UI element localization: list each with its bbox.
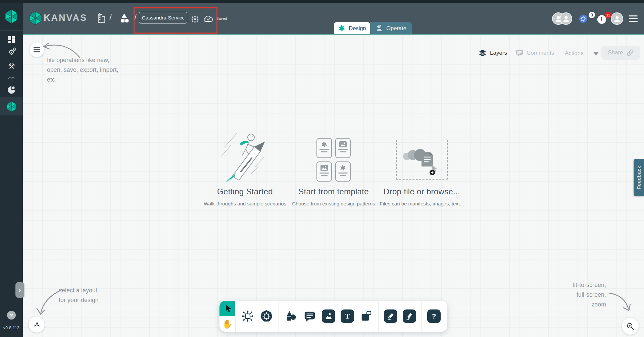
- pencil-scribble-icon: [405, 312, 413, 320]
- template-mini-card: [316, 138, 332, 158]
- graph-layout-icon: [32, 320, 41, 329]
- hand-icon: ✋: [222, 319, 233, 329]
- kubernetes-tool[interactable]: [260, 309, 273, 323]
- image-icon: [320, 164, 328, 171]
- toolbar-group-drawing: [379, 301, 422, 332]
- zoom-arrow: [607, 289, 634, 314]
- template-mini-card: [335, 138, 351, 158]
- shapes-icon: [285, 310, 297, 323]
- chevron-right-icon: ›: [18, 286, 21, 294]
- toolbar-group-help: ?: [422, 301, 446, 332]
- pen-tool[interactable]: [384, 309, 397, 323]
- feedback-tab[interactable]: Feedback: [634, 159, 644, 196]
- sidebar-item-toolbox[interactable]: ⚒: [0, 60, 23, 72]
- notification-count-badge: 11: [605, 12, 611, 18]
- meshery-logo-icon[interactable]: [5, 9, 18, 24]
- top-strip: [0, 0, 644, 3]
- organization-icon[interactable]: [97, 12, 106, 23]
- sidebar-item-kanvas-active[interactable]: [0, 97, 23, 115]
- header-menu-button[interactable]: [629, 15, 638, 22]
- tab-design-label: Design: [349, 25, 366, 32]
- operate-person-icon: [376, 25, 383, 32]
- cursor-icon: [223, 303, 232, 314]
- app-header: KANVAS / /: [23, 3, 644, 35]
- drop-file-card[interactable]: Drop file or browse... Files can be mani…: [368, 126, 476, 206]
- sidebar-item-extensions[interactable]: [0, 84, 23, 96]
- card-title: Drop file or browse...: [368, 187, 476, 196]
- workspace-shapes-icon[interactable]: [119, 13, 130, 23]
- share-button[interactable]: Share: [601, 46, 640, 60]
- mesh-components-tool[interactable]: [241, 309, 254, 323]
- kanvas-app: ⚙⚙ ⚒ ? v0.8.113 › KANV: [0, 0, 644, 337]
- link-icon: [627, 49, 634, 56]
- text-tool[interactable]: T: [341, 309, 354, 323]
- tab-design[interactable]: Design: [334, 22, 370, 34]
- user-avatar[interactable]: [611, 12, 623, 25]
- canvas-toolbar: ✋: [219, 301, 447, 332]
- zoom-annotation: fit-to-screen, full-screen, zoom: [556, 280, 606, 309]
- zoom-button[interactable]: [622, 318, 639, 335]
- actions-label: Actions: [565, 50, 584, 57]
- feedback-label: Feedback: [636, 166, 642, 189]
- burger-bar: [629, 18, 638, 19]
- dropzone-border: [396, 140, 448, 180]
- note-tool[interactable]: [359, 309, 373, 323]
- freehand-tool[interactable]: [403, 309, 416, 323]
- comments-label: Comments: [527, 50, 554, 56]
- expand-panel-button[interactable]: ›: [15, 282, 24, 298]
- share-label: Share: [608, 49, 623, 56]
- kanvas-hexagon-icon: [6, 101, 16, 112]
- kanvas-logo-icon: [29, 11, 42, 25]
- notification-chip[interactable]: ! 11: [597, 15, 610, 26]
- shapes-tool[interactable]: [284, 309, 298, 323]
- sidebar-item-lifecycle[interactable]: ⚙⚙: [0, 46, 23, 58]
- sidebar-item-performance[interactable]: [0, 71, 23, 83]
- comments-icon: [515, 49, 524, 57]
- cloud-saved-icon[interactable]: [203, 15, 213, 23]
- layers-icon: [478, 49, 487, 57]
- kubernetes-count-badge: 3: [589, 12, 595, 18]
- note-icon: [360, 310, 373, 323]
- spiral-icon: [321, 141, 328, 148]
- sidebar-divider: [0, 30, 23, 31]
- actions-dropdown[interactable]: Actions: [565, 50, 599, 57]
- pan-tool[interactable]: ✋: [219, 316, 235, 332]
- file-ops-annotation: file operations like new, open, save, ex…: [47, 55, 118, 85]
- breadcrumb-separator: /: [134, 13, 137, 22]
- template-mini-card: [316, 161, 332, 182]
- save-status: Saved: [216, 16, 227, 20]
- magnifier-plus-icon: [626, 322, 635, 331]
- layers-toggle[interactable]: Layers: [478, 49, 507, 57]
- burger-bar: [629, 21, 638, 22]
- sidebar-item-dashboard[interactable]: [0, 34, 23, 46]
- comment-tool[interactable]: [303, 309, 316, 323]
- select-tool-active[interactable]: [219, 301, 235, 316]
- mesh-components-icon: [241, 309, 254, 323]
- kubernetes-context-chip[interactable]: 3: [578, 14, 594, 26]
- image-tool-icon: [324, 312, 333, 321]
- dropzone-illustration: [368, 126, 476, 184]
- gears-icon: ⚙⚙: [8, 48, 15, 56]
- image-tool[interactable]: [322, 309, 335, 323]
- toolbar-group-infra: [236, 301, 279, 332]
- sidebar-divider: [0, 96, 23, 96]
- kubernetes-icon: [578, 14, 588, 24]
- image-icon: [339, 141, 347, 148]
- design-name-input[interactable]: [139, 12, 187, 23]
- collaborator-avatar[interactable]: [560, 12, 572, 25]
- help-button[interactable]: ?: [7, 311, 16, 320]
- mesh-cluster-icon[interactable]: [191, 15, 199, 23]
- design-canvas[interactable]: file operations like new, open, save, ex…: [23, 35, 644, 337]
- toolbar-help-button[interactable]: ?: [427, 309, 441, 323]
- text-tool-glyph: T: [345, 312, 350, 321]
- crossed-tools-icon: ⚒: [8, 62, 15, 71]
- person-icon: [562, 14, 571, 23]
- layout-button[interactable]: [29, 317, 45, 333]
- comments-toggle[interactable]: Comments: [515, 49, 554, 57]
- tab-operate[interactable]: Operate: [370, 22, 412, 34]
- pen-icon: [387, 312, 395, 320]
- burger-bar: [629, 15, 638, 16]
- spiral-icon: [340, 164, 346, 171]
- kubernetes-wheel-icon: [260, 309, 273, 323]
- card-subtitle: Files can be manifests, images, text...: [368, 201, 476, 206]
